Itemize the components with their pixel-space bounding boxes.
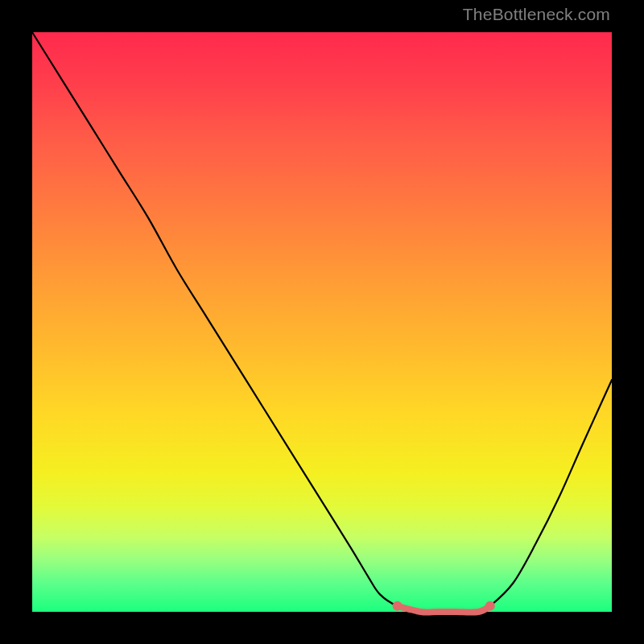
bottleneck-curve (32, 32, 612, 613)
optimal-range-start-dot (393, 601, 402, 611)
watermark-text: TheBottleneck.com (463, 5, 610, 24)
curve-layer (32, 32, 612, 612)
chart-frame: TheBottleneck.com (0, 0, 644, 644)
optimal-range-end-dot (485, 601, 495, 611)
optimal-range-segment (398, 606, 490, 613)
